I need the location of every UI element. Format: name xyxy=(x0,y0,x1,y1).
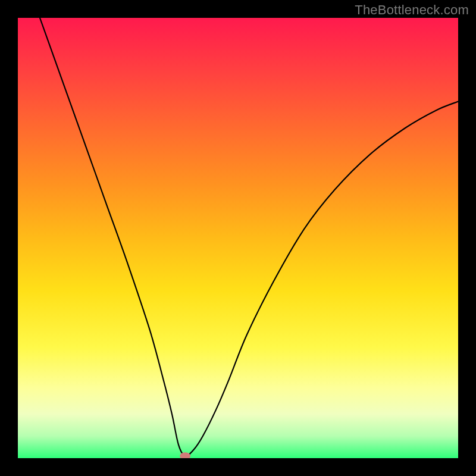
chart-frame: TheBottleneck.com xyxy=(0,0,476,476)
curve-svg xyxy=(18,18,458,458)
watermark-text: TheBottleneck.com xyxy=(355,2,469,18)
plot-area xyxy=(18,18,458,458)
bottleneck-curve xyxy=(40,18,458,456)
